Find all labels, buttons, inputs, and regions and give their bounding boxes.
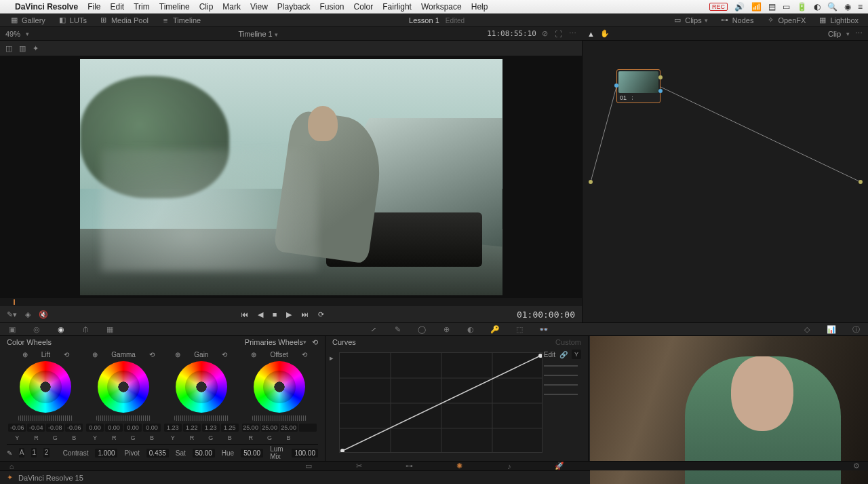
imagewipe-icon[interactable]: ◫ bbox=[5, 44, 12, 53]
luts-button[interactable]: ◧LUTs bbox=[54, 14, 91, 26]
flag-icon[interactable]: ▤ bbox=[768, 2, 776, 12]
bw-picker-icon[interactable]: ⊕ bbox=[92, 351, 98, 358]
menu-clip[interactable]: Clip bbox=[199, 2, 214, 12]
window-icon[interactable]: ◯ bbox=[416, 324, 427, 335]
source-timecode[interactable]: 11:08:55:10 bbox=[487, 29, 536, 38]
yrgb-value[interactable] bbox=[299, 424, 317, 432]
link-icon[interactable]: 🔗 bbox=[559, 351, 568, 358]
wifi-icon[interactable]: 📶 bbox=[751, 2, 762, 12]
qualifier-icon[interactable]: ✎ bbox=[392, 324, 403, 335]
blur-icon[interactable]: ◐ bbox=[465, 324, 476, 335]
yrgb-value[interactable]: 25.00 bbox=[261, 424, 279, 432]
menu-fusion[interactable]: Fusion bbox=[320, 2, 344, 12]
master-dial[interactable] bbox=[252, 415, 307, 421]
menu-playback[interactable]: Playback bbox=[277, 2, 311, 12]
color-match-icon[interactable]: ◎ bbox=[31, 324, 42, 335]
picker-icon[interactable]: ✎ bbox=[7, 449, 12, 457]
deliver-page-icon[interactable]: 🚀 bbox=[555, 462, 564, 471]
menu-view[interactable]: View bbox=[250, 2, 268, 12]
pointer-icon[interactable]: ▲ bbox=[587, 30, 595, 38]
stop-button[interactable]: ■ bbox=[273, 310, 277, 319]
menu-workspace[interactable]: Workspace bbox=[421, 2, 462, 12]
record-timecode[interactable]: 01:00:00:00 bbox=[517, 310, 575, 320]
options-icon[interactable]: ⋯ bbox=[855, 29, 863, 38]
page-2-button[interactable]: 2 bbox=[43, 448, 49, 458]
yrgb-value[interactable]: 0.00 bbox=[105, 424, 123, 432]
curve-editor[interactable] bbox=[339, 352, 542, 453]
node-graph[interactable]: 01 ⫶ bbox=[582, 41, 868, 322]
playhead-icon[interactable] bbox=[14, 299, 15, 305]
wheels-mode[interactable]: Primaries Wheels bbox=[245, 338, 303, 346]
color-wheel[interactable] bbox=[20, 361, 71, 413]
graph-output-dot[interactable] bbox=[859, 180, 863, 184]
master-dial[interactable] bbox=[174, 415, 229, 421]
curves-icon[interactable]: ⟋ bbox=[368, 324, 378, 335]
node-output-dot[interactable] bbox=[658, 75, 663, 79]
options-icon[interactable]: ⋯ bbox=[569, 29, 576, 38]
yrgb-value[interactable]: -0.04 bbox=[27, 424, 45, 432]
yrgb-value[interactable]: 25.00 bbox=[280, 424, 298, 432]
bw-picker-icon[interactable]: ⊕ bbox=[251, 351, 256, 358]
camera-raw-icon[interactable]: ▣ bbox=[7, 324, 18, 335]
yrgb-value[interactable]: -0.08 bbox=[46, 424, 64, 432]
app-name[interactable]: DaVinci Resolve bbox=[15, 2, 78, 12]
intensity-slider[interactable] bbox=[544, 375, 578, 376]
motion-effects-icon[interactable]: ▦ bbox=[104, 324, 115, 335]
gallery-button[interactable]: ▦Gallery bbox=[5, 14, 50, 26]
media-page-icon[interactable]: ▭ bbox=[304, 462, 313, 471]
reset-icon[interactable]: ⟲ bbox=[302, 351, 307, 358]
bypass-icon[interactable]: ⊘ bbox=[542, 29, 548, 38]
auto-balance-button[interactable]: A bbox=[19, 448, 24, 458]
project-settings-icon[interactable]: ⚙ bbox=[852, 462, 861, 471]
chevron-down-icon[interactable]: ▾ bbox=[303, 339, 307, 346]
notifications-icon[interactable]: ≡ bbox=[858, 2, 863, 12]
prev-clip-button[interactable]: ⏮ bbox=[241, 310, 248, 319]
viewer-canvas[interactable] bbox=[0, 56, 582, 298]
yrgb-value[interactable]: 1.25 bbox=[221, 424, 239, 432]
chevron-down-icon[interactable]: ▾ bbox=[846, 31, 850, 37]
yrgb-value[interactable]: 0.00 bbox=[86, 424, 104, 432]
scopes-icon[interactable]: 📊 bbox=[826, 324, 837, 335]
tracker-icon[interactable]: ⊕ bbox=[441, 324, 452, 335]
display-icon[interactable]: ▭ bbox=[783, 2, 790, 12]
timeline-name[interactable]: Timeline 1 bbox=[238, 30, 272, 38]
page-1-button[interactable]: 1 bbox=[31, 448, 37, 458]
menu-help[interactable]: Help bbox=[471, 2, 488, 12]
hue-value[interactable]: 50.00 bbox=[241, 449, 263, 458]
chevron-down-icon[interactable]: ▾ bbox=[26, 31, 29, 37]
lummix-value[interactable]: 100.00 bbox=[292, 449, 318, 458]
volume-icon[interactable]: 🔊 bbox=[734, 2, 745, 12]
sizing-icon[interactable]: ⬚ bbox=[514, 324, 525, 335]
corrector-node[interactable]: 01 ⫶ bbox=[616, 69, 660, 103]
key-icon[interactable]: 🔑 bbox=[490, 324, 500, 335]
reset-icon[interactable]: ⟲ bbox=[312, 338, 318, 347]
viewer-zoom[interactable]: 49% bbox=[5, 30, 20, 38]
bw-picker-icon[interactable]: ⊕ bbox=[175, 351, 180, 358]
color-wheel[interactable] bbox=[98, 361, 149, 413]
intensity-slider[interactable] bbox=[544, 365, 578, 367]
edit-page-icon[interactable]: ✂ bbox=[354, 462, 363, 471]
unmix-icon[interactable]: ◈ bbox=[25, 310, 31, 319]
menu-mark[interactable]: Mark bbox=[222, 2, 241, 12]
master-dial[interactable] bbox=[96, 415, 151, 421]
keyframes-icon[interactable]: ◇ bbox=[802, 324, 812, 335]
color-wheel[interactable] bbox=[254, 361, 305, 413]
picker-icon[interactable]: ✎▾ bbox=[7, 310, 17, 319]
yrgb-value[interactable]: 1.22 bbox=[183, 424, 201, 432]
record-icon[interactable]: REC bbox=[709, 3, 728, 11]
rgb-mixer-icon[interactable]: ⫛ bbox=[80, 324, 91, 335]
play-button[interactable]: ▶ bbox=[286, 310, 292, 319]
scrub-bar[interactable] bbox=[0, 298, 582, 306]
yrgb-value[interactable]: -0.06 bbox=[65, 424, 83, 432]
color-wheel[interactable] bbox=[176, 361, 227, 413]
info-icon[interactable]: ⓘ bbox=[850, 324, 861, 335]
node-alpha-dot[interactable] bbox=[658, 89, 663, 93]
node-clip-label[interactable]: Clip bbox=[828, 30, 841, 38]
sat-value[interactable]: 50.00 bbox=[193, 449, 215, 458]
highlight-icon[interactable]: ✦ bbox=[33, 44, 39, 53]
mute-icon[interactable]: 🔇 bbox=[39, 310, 48, 319]
chevron-down-icon[interactable]: ▾ bbox=[275, 31, 278, 38]
yrgb-value[interactable]: 1.23 bbox=[202, 424, 220, 432]
curve-expand-icon[interactable]: ▸ bbox=[330, 354, 334, 362]
nodes-button[interactable]: ⊶Nodes bbox=[716, 14, 758, 26]
